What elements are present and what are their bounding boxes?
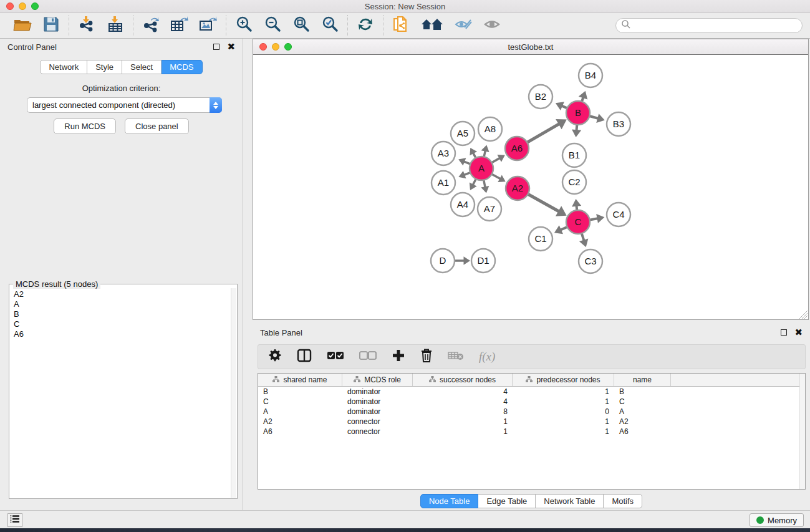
graph-node-A4[interactable]: A4	[451, 193, 475, 216]
table-cell[interactable]: 1	[413, 427, 513, 436]
graph-node-A1[interactable]: A1	[432, 171, 455, 195]
graph-node-A[interactable]: A	[470, 157, 493, 180]
show-details-button[interactable]	[482, 16, 502, 35]
resize-grip[interactable]	[799, 310, 808, 319]
export-table-button[interactable]	[170, 16, 190, 35]
tab-style[interactable]: Style	[87, 60, 122, 74]
table-cell[interactable]: 1	[513, 387, 614, 396]
new-network-button[interactable]	[391, 16, 411, 35]
result-item[interactable]: A6	[14, 329, 227, 339]
optimization-criterion-select[interactable]: largest connected component (directed)	[27, 97, 222, 113]
column-header-MCDS-role[interactable]: MCDS role	[342, 374, 413, 386]
export-network-button[interactable]	[141, 16, 161, 35]
table-cell[interactable]: 1	[413, 417, 513, 426]
table-cell[interactable]: dominator	[342, 397, 413, 406]
table-cell[interactable]: 8	[413, 407, 513, 416]
graph-edge-A6-B[interactable]	[526, 123, 561, 143]
table-row[interactable]: A6connector11A6	[258, 427, 805, 437]
table-cell[interactable]: 4	[413, 387, 513, 396]
table-cell[interactable]: A	[258, 407, 342, 416]
network-close-button[interactable]	[259, 43, 267, 51]
table-cell[interactable]: connector	[342, 427, 413, 436]
maximize-window-button[interactable]	[31, 2, 39, 10]
save-session-button[interactable]	[41, 16, 61, 35]
network-maximize-button[interactable]	[284, 43, 292, 51]
column-header-name[interactable]: name	[614, 374, 671, 386]
graph-node-A8[interactable]: A8	[478, 117, 502, 141]
delete-column-button[interactable]	[420, 348, 433, 365]
hide-details-button[interactable]	[453, 16, 473, 35]
home-button[interactable]	[420, 16, 445, 35]
zoom-selected-button[interactable]	[320, 16, 340, 35]
table-cell[interactable]: A2	[258, 417, 342, 426]
result-item[interactable]: C	[14, 319, 227, 329]
apply-function-button[interactable]: f(x)	[479, 350, 495, 364]
tab-edge-table[interactable]: Edge Table	[478, 494, 536, 508]
table-cell[interactable]: connector	[342, 417, 413, 426]
result-scrollbar[interactable]	[231, 288, 236, 498]
graph-node-A2[interactable]: A2	[506, 177, 529, 200]
graph-node-C2[interactable]: C2	[562, 170, 586, 194]
tab-select[interactable]: Select	[122, 60, 162, 74]
open-file-button[interactable]	[12, 16, 32, 35]
graph-node-A5[interactable]: A5	[451, 122, 475, 145]
graph-node-B3[interactable]: B3	[607, 112, 630, 136]
table-cell[interactable]: A2	[614, 417, 671, 426]
table-cell[interactable]: dominator	[342, 407, 413, 416]
result-item[interactable]: B	[14, 309, 227, 319]
zoom-fit-button[interactable]	[291, 16, 311, 35]
network-window-titlebar[interactable]: testGlobe.txt	[253, 39, 808, 55]
tab-motifs[interactable]: Motifs	[604, 494, 642, 508]
graph-node-A6[interactable]: A6	[505, 137, 529, 160]
mcds-result-list[interactable]: A2ABCA6	[10, 288, 231, 498]
table-cell[interactable]: 1	[513, 417, 614, 426]
table-cell[interactable]: 1	[513, 397, 614, 406]
run-mcds-button[interactable]: Run MCDS	[54, 118, 116, 134]
graph-node-C4[interactable]: C4	[607, 203, 630, 226]
float-panel-icon[interactable]	[213, 44, 219, 50]
close-panel-icon[interactable]: ✖	[227, 44, 235, 50]
table-cell[interactable]: A6	[614, 427, 671, 436]
graph-node-B[interactable]: B	[566, 101, 590, 125]
network-canvas[interactable]: B4B2BB3A5A8A6A3B1AA1C2A2A4A7C4CC1DD1C3	[253, 55, 808, 319]
tab-network[interactable]: Network	[40, 60, 87, 74]
apply-layout-button[interactable]	[355, 16, 375, 35]
table-cell[interactable]: 0	[513, 407, 614, 416]
table-cell[interactable]: dominator	[342, 387, 413, 396]
column-header-successor-nodes[interactable]: successor nodes	[413, 374, 513, 386]
table-settings-button[interactable]	[268, 349, 282, 365]
tab-node-table[interactable]: Node Table	[420, 494, 479, 508]
table-row[interactable]: Cdominator41C	[258, 397, 805, 407]
table-scrollbar[interactable]	[799, 374, 805, 489]
column-header-predecessor-nodes[interactable]: predecessor nodes	[513, 374, 614, 386]
delete-table-button[interactable]	[448, 350, 464, 364]
graph-node-A7[interactable]: A7	[478, 197, 501, 221]
close-window-button[interactable]	[6, 2, 14, 10]
import-table-button[interactable]	[105, 16, 125, 35]
table-cell[interactable]: C	[614, 397, 671, 406]
table-cell[interactable]: B	[614, 387, 671, 396]
graph-node-B2[interactable]: B2	[529, 85, 552, 109]
graph-node-C3[interactable]: C3	[579, 249, 602, 273]
result-item[interactable]: A	[14, 299, 227, 309]
result-item[interactable]: A2	[14, 289, 227, 299]
table-cell[interactable]: C	[258, 397, 342, 406]
table-row[interactable]: Adominator80A	[258, 407, 805, 417]
table-row[interactable]: A2connector11A2	[258, 417, 805, 427]
graph-node-D1[interactable]: D1	[471, 249, 495, 273]
import-network-button[interactable]	[77, 16, 97, 35]
zoom-out-button[interactable]	[263, 16, 282, 35]
deselect-all-rows-button[interactable]	[359, 351, 377, 362]
close-table-panel-icon[interactable]: ✖	[794, 329, 803, 336]
graph-node-C1[interactable]: C1	[529, 227, 552, 251]
graph-node-B1[interactable]: B1	[562, 143, 586, 167]
tab-mcds[interactable]: MCDS	[162, 60, 202, 74]
network-minimize-button[interactable]	[272, 43, 279, 51]
table-row[interactable]: Bdominator41B	[258, 387, 805, 397]
table-cell[interactable]: 4	[413, 397, 513, 406]
graph-node-A3[interactable]: A3	[432, 142, 455, 165]
table-cell[interactable]: A6	[258, 427, 342, 436]
table-cell[interactable]: A	[614, 407, 671, 416]
show-panels-button[interactable]	[7, 513, 22, 527]
float-table-panel-icon[interactable]	[781, 329, 787, 336]
